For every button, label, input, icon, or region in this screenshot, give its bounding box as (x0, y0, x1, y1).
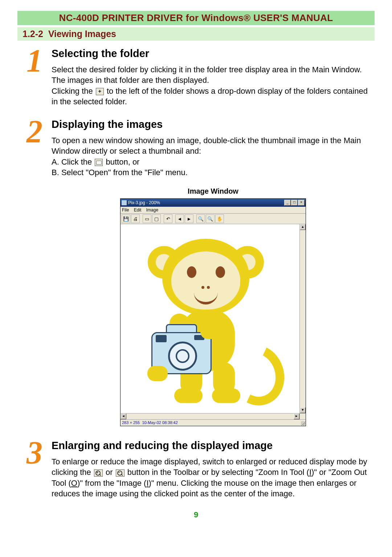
step-2-option-b: B. Select "Open" from the "File" menu. (52, 167, 375, 178)
horizontal-scrollbar[interactable]: ◄ ► (121, 413, 299, 419)
toolbar-next-icon[interactable]: ► (185, 214, 193, 223)
window-toolbar: 💾 🖨 ▭ ▢ ↶ ◄ ► 🔍 🔍 ✋ (121, 214, 306, 224)
step-number-3: 3 (17, 440, 52, 465)
step-2-option-a: A. Click the button, or (52, 157, 375, 167)
status-dimensions: 283 × 255 (122, 420, 140, 425)
monkey-illustration (131, 231, 287, 409)
scroll-right-icon[interactable]: ► (294, 413, 299, 419)
menu-edit[interactable]: Edit (134, 207, 142, 213)
section-heading-bar: 1.2-2 Viewing Images (17, 27, 375, 41)
toolbar-hand-icon[interactable]: ✋ (215, 214, 224, 223)
window-menubar: File Edit Image (121, 207, 306, 214)
toolbar-prev-icon[interactable]: ◄ (175, 214, 184, 223)
step-number-2: 2 (17, 119, 52, 144)
window-title: Pix-3.jpg - 200% (128, 200, 284, 206)
vertical-scrollbar[interactable]: ▲ ▼ (299, 224, 306, 413)
manual-title-text: NC-400D PRINTER DRIVER for Windows® USER… (59, 12, 333, 23)
page-number: 9 (17, 510, 375, 520)
status-date: 10-May-02 08:38:42 (142, 420, 177, 425)
step-1-heading: Selecting the folder (52, 47, 375, 61)
window-app-icon (122, 200, 127, 205)
step-3: 3 Enlarging and reducing the displayed i… (17, 439, 375, 499)
toolbar-zoom-out-icon[interactable]: 🔍 (206, 214, 215, 223)
step-2-heading: Displaying the images (52, 117, 375, 132)
zoom-out-icon: − (116, 469, 124, 477)
resize-grip-icon[interactable] (301, 421, 305, 425)
step-3-p1: To enlarge or reduce the image displayed… (52, 456, 375, 499)
open-button-icon (95, 159, 103, 166)
minimize-button[interactable]: _ (284, 200, 291, 206)
scroll-left-icon[interactable]: ◄ (121, 413, 126, 419)
section-number: 1.2-2 (23, 29, 43, 39)
step-2: 2 Displaying the images To open a new wi… (17, 117, 375, 426)
image-window-screenshot: Pix-3.jpg - 200% _ □ × File Edit Image 💾… (120, 198, 306, 426)
toolbar-save-icon[interactable]: 💾 (122, 214, 130, 223)
toolbar-rotate-left-icon[interactable]: ↶ (164, 214, 172, 223)
step-3-heading: Enlarging and reducing the displayed ima… (52, 439, 375, 453)
section-title: Viewing Images (48, 29, 116, 39)
step-number-1: 1 (17, 48, 52, 73)
step-2-p1: To open a new window showing an image, d… (52, 135, 375, 157)
window-titlebar: Pix-3.jpg - 200% _ □ × (121, 199, 306, 207)
step-1-p1: Select the desired folder by clicking it… (52, 64, 375, 86)
step-1-p2: Clicking the to the left of the folder s… (52, 86, 375, 107)
image-canvas[interactable] (121, 224, 299, 413)
zoom-in-icon: + (94, 469, 103, 477)
toolbar-actual-icon[interactable]: ▢ (152, 214, 161, 223)
window-statusbar: 283 × 255 10-May-02 08:38:42 (121, 419, 306, 426)
menu-image[interactable]: Image (146, 207, 158, 213)
scroll-down-icon[interactable]: ▼ (300, 407, 306, 413)
close-button[interactable]: × (298, 200, 305, 206)
scroll-up-icon[interactable]: ▲ (300, 224, 306, 230)
toolbar-zoom-in-icon[interactable]: 🔍 (196, 214, 205, 223)
toolbar-print-icon[interactable]: 🖨 (131, 214, 140, 223)
menu-file[interactable]: File (122, 207, 129, 213)
maximize-button[interactable]: □ (291, 200, 298, 206)
image-window-caption: Image Window (52, 186, 375, 196)
manual-title-bar: NC-400D PRINTER DRIVER for Windows® USER… (17, 11, 375, 25)
plus-expand-icon (96, 88, 104, 95)
step-1: 1 Selecting the folder Select the desire… (17, 47, 375, 107)
toolbar-fit-icon[interactable]: ▭ (143, 214, 151, 223)
